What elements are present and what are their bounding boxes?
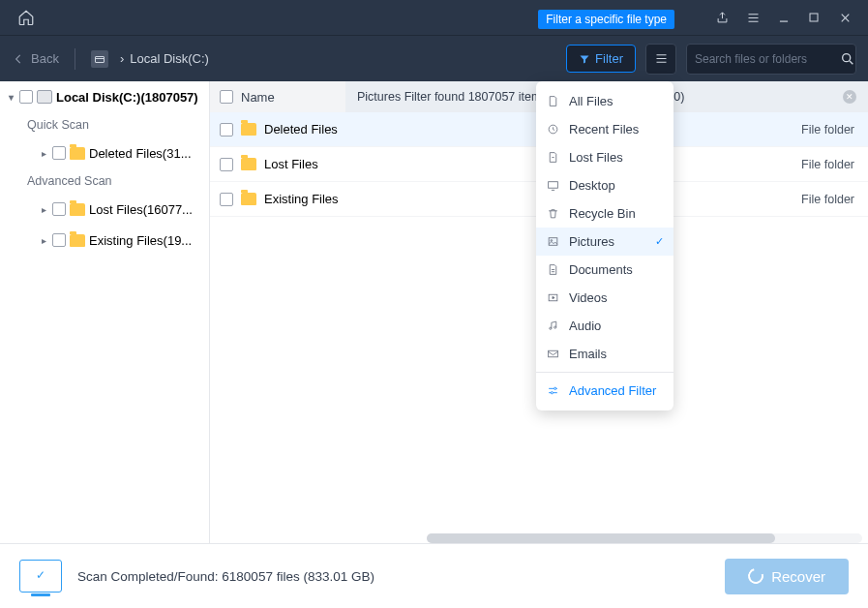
filter-button[interactable]: Filter xyxy=(566,45,636,73)
sidebar: ▾ Local Disk(C:)(1807057) Quick Scan ▸ D… xyxy=(0,81,210,543)
dd-documents[interactable]: Documents xyxy=(536,256,673,284)
back-label: Back xyxy=(31,51,59,66)
titlebar: Filter a specific file type xyxy=(0,0,868,35)
checkbox[interactable] xyxy=(52,233,66,247)
sliders-icon xyxy=(546,384,559,398)
dd-videos[interactable]: Videos xyxy=(536,284,673,312)
file-type: File folder xyxy=(801,193,858,206)
clock-icon xyxy=(546,123,559,137)
recover-button[interactable]: Recover xyxy=(725,559,849,594)
folder-icon xyxy=(70,147,85,160)
breadcrumb-drive: Local Disk(C:) xyxy=(130,51,209,66)
chevron-down-icon[interactable]: ▾ xyxy=(6,92,15,103)
image-icon xyxy=(546,235,559,249)
trash-icon xyxy=(546,207,559,221)
content: Name Pictures Filter found 1807057 item … xyxy=(210,81,868,543)
checkbox[interactable] xyxy=(220,193,233,206)
recover-label: Recover xyxy=(771,568,825,585)
folder-icon xyxy=(241,123,256,136)
tree-item-existing[interactable]: ▸ Existing Files(19... xyxy=(0,225,209,256)
desktop-icon xyxy=(546,179,559,193)
chevron-right-icon[interactable]: ▸ xyxy=(39,148,48,159)
dd-advanced-filter[interactable]: Advanced Filter xyxy=(536,377,673,405)
file-type: File folder xyxy=(801,158,858,171)
file-icon xyxy=(546,95,559,108)
home-icon[interactable] xyxy=(17,9,35,26)
minimize-icon[interactable] xyxy=(777,11,791,24)
tree-label: Existing Files(19... xyxy=(89,233,192,248)
document-icon xyxy=(546,263,559,277)
horizontal-scrollbar[interactable] xyxy=(427,533,862,543)
dd-audio[interactable]: Audio xyxy=(536,312,673,340)
dd-recent-files[interactable]: Recent Files xyxy=(536,115,673,143)
dd-emails[interactable]: Emails xyxy=(536,340,673,368)
menu-icon[interactable] xyxy=(746,11,760,25)
recover-icon xyxy=(745,565,766,587)
folder-icon xyxy=(70,234,85,247)
folder-icon xyxy=(70,203,85,216)
toolbar: Back › Local Disk(C:) Filter xyxy=(0,35,868,81)
svg-point-2 xyxy=(843,53,851,61)
dd-recycle[interactable]: Recycle Bin xyxy=(536,199,673,228)
checkbox[interactable] xyxy=(52,202,66,216)
file-name: Deleted Files xyxy=(264,122,338,137)
select-all-checkbox[interactable] xyxy=(220,90,233,104)
divider xyxy=(536,372,673,373)
view-list-button[interactable] xyxy=(645,44,676,75)
disk-icon xyxy=(37,90,52,104)
tree-section-quick: Quick Scan xyxy=(0,112,209,137)
drive-icon xyxy=(91,50,108,68)
checkbox[interactable] xyxy=(19,90,33,104)
svg-rect-10 xyxy=(548,350,557,357)
back-button[interactable]: Back xyxy=(12,51,59,66)
file-type: File folder xyxy=(801,123,858,137)
checkbox[interactable] xyxy=(220,123,233,137)
checkbox[interactable] xyxy=(220,158,233,171)
search-box[interactable] xyxy=(686,44,856,75)
svg-point-11 xyxy=(554,387,555,389)
svg-point-8 xyxy=(549,327,551,329)
filter-result-text: Pictures Filter found 1807057 item xyxy=(357,90,541,104)
audio-icon xyxy=(546,319,559,333)
search-input[interactable] xyxy=(695,52,840,66)
svg-rect-4 xyxy=(548,182,557,189)
chevron-right-icon[interactable]: ▸ xyxy=(39,235,48,246)
tree-label: Deleted Files(31... xyxy=(89,146,192,161)
footer: Scan Completed/Found: 6180057 files (833… xyxy=(0,543,868,608)
filter-close-icon[interactable]: ✕ xyxy=(843,90,856,104)
scrollbar-thumb[interactable] xyxy=(427,533,775,543)
dd-pictures[interactable]: Pictures ✓ xyxy=(536,228,673,256)
column-name[interactable]: Name xyxy=(241,90,275,105)
mail-icon xyxy=(546,348,559,361)
search-icon[interactable] xyxy=(840,51,855,67)
tree-root[interactable]: ▾ Local Disk(C:)(1807057) xyxy=(0,81,209,112)
video-icon xyxy=(546,291,559,305)
maximize-icon[interactable] xyxy=(808,12,822,23)
chevron-right-icon[interactable]: ▸ xyxy=(39,204,48,215)
scan-complete-icon xyxy=(19,560,62,593)
folder-icon xyxy=(241,158,256,170)
status-text: Scan Completed/Found: 6180057 files (833… xyxy=(77,569,374,584)
check-icon: ✓ xyxy=(655,235,664,248)
svg-point-9 xyxy=(554,326,555,328)
breadcrumb[interactable]: › Local Disk(C:) xyxy=(120,51,209,66)
svg-rect-5 xyxy=(549,238,557,246)
svg-rect-1 xyxy=(95,56,104,62)
filter-tooltip: Filter a specific file type xyxy=(538,10,674,29)
main: ▾ Local Disk(C:)(1807057) Quick Scan ▸ D… xyxy=(0,81,868,543)
dd-lost-files[interactable]: Lost Files xyxy=(536,143,673,171)
tree-label: Lost Files(16077... xyxy=(89,202,193,217)
file-name: Lost Files xyxy=(264,157,318,171)
breadcrumb-sep: › xyxy=(120,51,124,66)
close-icon[interactable] xyxy=(839,12,853,24)
share-icon[interactable] xyxy=(715,11,729,25)
tree-item-deleted[interactable]: ▸ Deleted Files(31... xyxy=(0,137,209,168)
svg-point-12 xyxy=(551,392,553,394)
file-name: Existing Files xyxy=(264,192,339,206)
checkbox[interactable] xyxy=(52,146,66,160)
tree-item-lost[interactable]: ▸ Lost Files(16077... xyxy=(0,194,209,225)
dd-all-files[interactable]: All Files xyxy=(536,87,673,115)
tree-root-label: Local Disk(C:)(1807057) xyxy=(56,90,198,105)
dd-desktop[interactable]: Desktop xyxy=(536,171,673,199)
filter-dropdown: All Files Recent Files Lost Files Deskto… xyxy=(536,81,673,410)
